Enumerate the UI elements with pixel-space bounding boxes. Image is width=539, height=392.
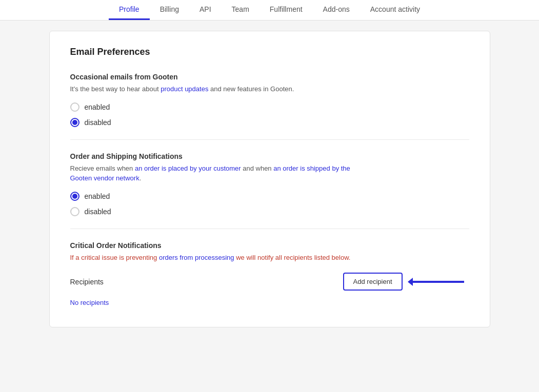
recipients-row: Recipients Add recipient — [70, 273, 469, 291]
card-title: Email Preferences — [70, 47, 469, 57]
occasional-disabled-option[interactable]: disabled — [70, 118, 469, 127]
svg-marker-1 — [408, 278, 413, 286]
add-recipient-wrapper: Add recipient — [343, 273, 469, 291]
nav-item-api[interactable]: API — [189, 0, 222, 20]
nav-item-fulfillment[interactable]: Fulfillment — [259, 0, 313, 20]
occasional-emails-section: Occasional emails from Gooten It's the b… — [70, 73, 469, 127]
order-enabled-radio[interactable] — [70, 192, 79, 201]
nav-item-account-activity[interactable]: Account activity — [360, 0, 430, 20]
order-enabled-option[interactable]: enabled — [70, 192, 469, 201]
occasional-emails-options: enabled disabled — [70, 102, 469, 127]
occasional-enabled-option[interactable]: enabled — [70, 102, 469, 112]
order-enabled-label: enabled — [85, 192, 110, 200]
order-shipping-options: enabled disabled — [70, 192, 469, 216]
recipients-label: Recipients — [70, 278, 104, 286]
page-content: Email Preferences Occasional emails from… — [39, 31, 501, 327]
critical-order-desc: If a critical issue is preventing orders… — [70, 253, 469, 263]
order-shipping-desc: Recieve emails when an order is placed b… — [70, 163, 469, 183]
occasional-emails-title: Occasional emails from Gooten — [70, 73, 469, 81]
occasional-emails-desc: It's the best way to hear about product … — [70, 84, 469, 94]
occasional-enabled-label: enabled — [85, 103, 110, 111]
occasional-disabled-radio[interactable] — [70, 118, 79, 127]
order-disabled-option[interactable]: disabled — [70, 207, 469, 216]
order-shipping-title: Order and Shipping Notifications — [70, 152, 469, 160]
critical-order-section: Critical Order Notifications If a critic… — [70, 241, 469, 307]
top-nav: Profile Billing API Team Fulfillment Add… — [0, 0, 539, 20]
divider-1 — [70, 139, 469, 140]
occasional-disabled-label: disabled — [85, 118, 111, 127]
email-preferences-card: Email Preferences Occasional emails from… — [49, 31, 490, 327]
critical-order-title: Critical Order Notifications — [70, 241, 469, 250]
divider-2 — [70, 229, 469, 229]
add-recipient-button[interactable]: Add recipient — [343, 273, 403, 291]
arrow-icon — [408, 275, 469, 289]
no-recipients-text: No recipients — [70, 299, 469, 306]
nav-item-profile[interactable]: Profile — [109, 0, 150, 20]
order-disabled-label: disabled — [85, 208, 111, 216]
nav-item-addons[interactable]: Add-ons — [313, 0, 360, 20]
order-shipping-section: Order and Shipping Notifications Recieve… — [70, 152, 469, 216]
nav-item-billing[interactable]: Billing — [150, 0, 189, 20]
nav-item-team[interactable]: Team — [222, 0, 259, 20]
order-disabled-radio[interactable] — [70, 207, 79, 216]
occasional-enabled-radio[interactable] — [70, 102, 79, 112]
